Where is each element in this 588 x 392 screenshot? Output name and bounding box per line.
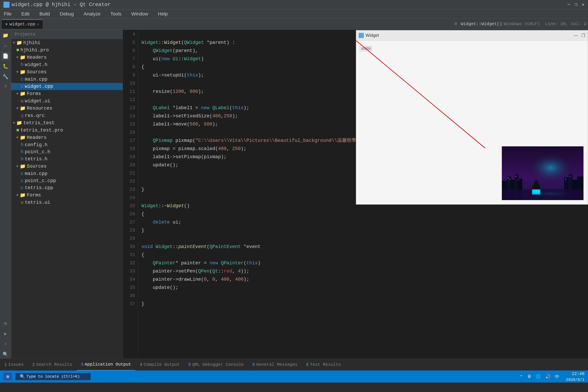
- menu-debug[interactable]: Debug: [58, 10, 76, 18]
- tree-item-headers[interactable]: ▼ 📁 Headers: [11, 54, 123, 61]
- bottom-tab-search[interactable]: 2 Search Results: [28, 359, 76, 370]
- statusbar: ⊞ 🔍 Type to locate (Ctrl+K) ⌃ 🖥 🌐 🔊 中 12…: [0, 370, 588, 382]
- tab-label: widget.cpp: [10, 22, 35, 27]
- tree-item-sources[interactable]: ▼ 📁 Sources: [11, 68, 123, 76]
- tree-item-point-c-cpp[interactable]: c point_c.cpp: [11, 177, 123, 184]
- sidebar-icon-help[interactable]: ?: [2, 83, 10, 91]
- menu-build[interactable]: Build: [38, 10, 52, 18]
- bottom-tab-test[interactable]: 8 Test Results: [302, 359, 345, 370]
- tree-item-tetris-cpp[interactable]: c tetris.cpp: [11, 184, 123, 192]
- editor-tab-widget-cpp[interactable]: ● widget.cpp ✕: [2, 19, 42, 29]
- tab-num: 4: [140, 362, 142, 367]
- maximize-button[interactable]: ❐: [575, 2, 578, 8]
- widget-window-controls: — ❐: [574, 33, 585, 38]
- tree-item-tetris-ui[interactable]: u tetris.ui: [11, 199, 123, 206]
- tree-item-config-h[interactable]: h config.h: [11, 142, 123, 148]
- tree-item-tetris-pro[interactable]: ■ tetris_test.pro: [11, 127, 123, 134]
- folder-icon: 📁: [20, 91, 26, 97]
- widget-drawn-line: [356, 40, 588, 148]
- titlebar-title: widget.cpp @ hjhihi - Qt Creator: [12, 2, 111, 8]
- tree-item-widget-ui[interactable]: u widget.ui: [11, 98, 123, 105]
- sidebar-icon-build-run[interactable]: ⚡: [2, 340, 10, 348]
- tree-item-label: widget.ui: [25, 98, 50, 104]
- tree-item-hjhihi[interactable]: ▼ 📁 hjhihi: [11, 39, 123, 47]
- sidebar-icons: 📁 ✏️ 📄 🐛 🔧 ? ⚙ ▶ ⚡ 🔍: [0, 30, 11, 358]
- code-line-33: painter->setPen(QPen(Qt::red, 4));: [142, 267, 584, 276]
- menu-tools[interactable]: Tools: [108, 10, 123, 18]
- sidebar-icon-edit[interactable]: ✏️: [2, 42, 10, 50]
- menu-file[interactable]: File: [2, 10, 13, 18]
- widget-window-titlebar: Widget — ❐: [356, 30, 588, 40]
- widget-maximize-button[interactable]: ❐: [581, 33, 585, 38]
- tree-item-tetris-h[interactable]: h tetris.h: [11, 156, 123, 163]
- menubar: File Edit Build Debug Analyze Tools Wind…: [0, 10, 588, 18]
- tree-item-resources[interactable]: ▼ 📁 Resources: [11, 105, 123, 112]
- tree-item-res-qrc[interactable]: q res.qrc: [11, 112, 123, 119]
- widget-preview-window[interactable]: Widget — ❐ shRiti: [356, 30, 588, 204]
- tab-close-icon[interactable]: ✕: [37, 22, 39, 26]
- tab-num: 5: [188, 362, 191, 367]
- close-button[interactable]: ✕: [582, 2, 584, 8]
- file-icon-ui: u: [21, 200, 24, 205]
- file-icon-h: h: [21, 142, 24, 148]
- svg-rect-16: [565, 179, 566, 180]
- svg-line-0: [356, 40, 485, 148]
- chevron-icon: ▼: [13, 41, 15, 45]
- menu-window[interactable]: Window: [130, 10, 150, 18]
- bottom-tab-general[interactable]: 6 General Messages: [248, 359, 302, 370]
- encoding-info: Windows (CRLF): [504, 22, 540, 26]
- tab-label: Issues: [8, 362, 24, 367]
- chevron-icon: ▼: [16, 164, 18, 168]
- svg-rect-12: [508, 178, 509, 178]
- sidebar-icon-run[interactable]: ▶: [2, 330, 10, 338]
- tree-item-hjhihi-pro[interactable]: ■ hjhihi.pro: [11, 47, 123, 54]
- menu-edit[interactable]: Edit: [20, 10, 31, 18]
- chevron-icon: ▼: [16, 106, 18, 110]
- line-numbers: 4 5 6 7 8 9 10 11 12 13 14 15 16 17 18 1…: [123, 30, 138, 358]
- status-windows-icon[interactable]: ⊞: [4, 373, 12, 380]
- project-panel: Projects ▼ 📁 hjhihi ■ hjhihi.pro ▼ 📁 Hea…: [11, 30, 123, 358]
- widget-minimize-button[interactable]: —: [574, 33, 578, 38]
- sidebar-icon-settings[interactable]: ⚙: [2, 319, 10, 328]
- tree-item-widget-h[interactable]: h widget.h: [11, 61, 123, 68]
- tree-item-tetris-forms[interactable]: ▼ 📁 Forms: [11, 192, 123, 199]
- code-line-34: painter->drawLine(0, 0, 400, 400);: [142, 276, 584, 284]
- tree-item-tetris-main-cpp[interactable]: c main.cpp: [11, 170, 123, 177]
- code-line-29: [142, 235, 584, 243]
- minimize-button[interactable]: —: [567, 2, 570, 8]
- tree-item-label: tetris.h: [25, 156, 48, 162]
- bottom-tab-compile[interactable]: 4 Compile Output: [136, 359, 184, 370]
- tree-item-label: Sources: [27, 70, 47, 75]
- widget-window-title: Widget: [366, 33, 379, 38]
- menu-analyze[interactable]: Analyze: [82, 10, 102, 18]
- code-editor[interactable]: 4 5 6 7 8 9 10 11 12 13 14 15 16 17 18 1…: [123, 30, 588, 358]
- folder-icon: 📁: [16, 120, 22, 126]
- sidebar-icon-code[interactable]: 📄: [2, 52, 10, 60]
- tree-item-tetris-test[interactable]: ▼ 📁 tetris_test: [11, 119, 123, 127]
- status-date-display: 2020/8/1: [566, 378, 584, 382]
- sidebar-icon-projects[interactable]: 📁: [2, 32, 10, 40]
- status-search[interactable]: 🔍 Type to locate (Ctrl+K): [16, 373, 91, 380]
- tree-item-label: tetris_test.pro: [20, 128, 63, 133]
- sidebar-icon-tools[interactable]: 🔧: [2, 73, 10, 81]
- tree-item-tetris-sources[interactable]: ▼ 📁 Sources: [11, 163, 123, 170]
- project-panel-header: Projects: [11, 30, 123, 39]
- bottom-tab-qml[interactable]: 5 QML Debugger Console: [184, 359, 248, 370]
- tree-item-forms[interactable]: ▼ 📁 Forms: [11, 90, 123, 98]
- sidebar-icon-debug[interactable]: 🐛: [2, 62, 10, 70]
- search-placeholder[interactable]: Type to locate (Ctrl+K): [26, 374, 80, 379]
- menu-help[interactable]: Help: [156, 10, 169, 18]
- svg-rect-23: [502, 189, 584, 200]
- breadcrumb-function: Widget::Widget(): [461, 22, 502, 26]
- bottom-tab-app-output[interactable]: 3 Application Output: [76, 359, 136, 370]
- bottom-tab-issues[interactable]: 1 Issues: [0, 359, 28, 370]
- tree-item-main-cpp[interactable]: c main.cpp: [11, 76, 123, 83]
- widget-image-display: [502, 146, 584, 200]
- tree-item-tetris-headers[interactable]: ▼ 📁 Headers: [11, 134, 123, 142]
- code-line-36: [142, 292, 584, 300]
- tree-item-point-c-h[interactable]: h point_c.h: [11, 148, 123, 156]
- tree-item-label: Resources: [27, 106, 52, 111]
- sidebar-icon-debug-run[interactable]: 🔍: [2, 350, 10, 358]
- tree-item-widget-cpp[interactable]: c widget.cpp: [11, 83, 123, 90]
- tree-item-label: Forms: [27, 192, 41, 198]
